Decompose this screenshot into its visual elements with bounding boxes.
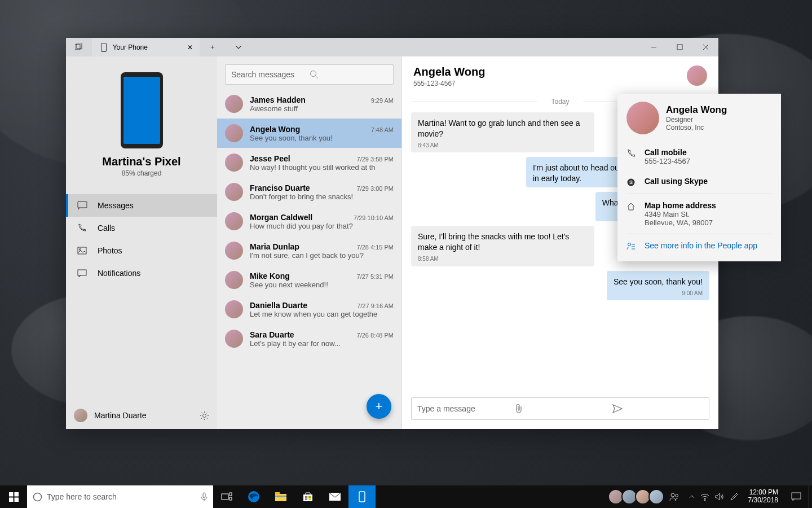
svg-rect-6 (78, 247, 86, 254)
wifi-icon[interactable] (700, 493, 709, 501)
user-avatar[interactable] (74, 409, 87, 422)
attach-icon[interactable] (515, 404, 606, 414)
conversation-item[interactable]: Daniella Duarte7/27 9:16 AMLet me know w… (217, 295, 401, 324)
taskbar-store[interactable] (294, 485, 321, 508)
chat-contact-avatar[interactable] (687, 65, 707, 86)
start-button[interactable] (0, 485, 27, 508)
show-desktop-button[interactable] (809, 485, 812, 508)
conversation-item[interactable]: James Hadden9:29 AMAwesome stuff (217, 89, 401, 119)
card-avatar (626, 102, 659, 134)
nav-photos[interactable]: Photos (66, 239, 217, 262)
svg-point-14 (628, 243, 631, 246)
compose-input[interactable]: Type a message (411, 397, 709, 420)
phone-call-icon (626, 148, 637, 158)
message-bubble: Martina! Want to go grab lunch and then … (411, 112, 594, 152)
contact-name: Morgan Caldwell (250, 213, 312, 222)
taskbar-people[interactable] (610, 485, 685, 508)
taskbar-search[interactable]: Type here to search (27, 485, 213, 508)
svg-point-19 (34, 493, 42, 501)
svg-rect-31 (305, 498, 307, 500)
new-tab-button[interactable]: ＋ (200, 38, 226, 56)
conv-preview: Let me know when you can get togethe (250, 310, 394, 318)
svg-rect-8 (78, 270, 86, 275)
people-icon[interactable] (664, 485, 685, 508)
task-view-button[interactable] (213, 485, 240, 508)
taskbar-explorer[interactable] (267, 485, 294, 508)
taskbar-your-phone[interactable] (348, 485, 376, 508)
svg-rect-26 (275, 492, 280, 494)
conversation-item[interactable]: Mike Kong7/27 5:31 PMSee you next weeken… (217, 265, 401, 295)
notification-icon (77, 269, 87, 278)
conv-time: 9:29 AM (371, 97, 394, 104)
taskbar-edge[interactable] (240, 485, 267, 508)
taskbar-mail[interactable] (321, 485, 348, 508)
ink-icon[interactable] (730, 493, 738, 501)
nav-messages[interactable]: Messages (66, 194, 217, 217)
volume-icon[interactable] (715, 493, 724, 501)
contact-avatar (225, 300, 243, 318)
mic-icon[interactable] (201, 492, 208, 502)
svg-point-37 (704, 500, 705, 501)
card-name: Angela Wong (666, 104, 727, 116)
conv-preview: See you next weekend!! (250, 281, 394, 289)
conv-preview: I'm not sure, can I get back to you? (250, 251, 394, 260)
phone-status: 85% charged (122, 169, 162, 177)
settings-button[interactable] (200, 411, 209, 421)
action-center-button[interactable] (784, 485, 809, 508)
svg-point-7 (80, 249, 81, 251)
tab-chevron-icon[interactable] (226, 38, 251, 56)
side-panel: Martina's Pixel 85% charged Messages Cal… (66, 56, 217, 429)
conversation-item[interactable]: Angela Wong7:48 AMSee you soon, thank yo… (217, 119, 401, 148)
user-name: Martina Duarte (94, 411, 147, 420)
chat-contact-name: Angela Wong (413, 65, 687, 78)
card-more-link[interactable]: See more info in the People app (626, 235, 772, 256)
taskbar-clock[interactable]: 12:00 PM 7/30/2018 (743, 489, 784, 505)
conv-time: 7/29 3:00 PM (357, 185, 394, 192)
contact-name: Maria Dunlap (250, 242, 299, 251)
tray-chevron-icon[interactable] (689, 494, 695, 500)
svg-rect-22 (230, 493, 232, 496)
search-input[interactable]: Search messages (225, 64, 394, 85)
conversation-item[interactable]: Franciso Duarte7/29 3:00 PMDon't forget … (217, 177, 401, 207)
svg-rect-25 (275, 494, 286, 501)
message-text: See you soon, thank you! (614, 277, 703, 287)
svg-rect-27 (275, 496, 286, 497)
close-tab-icon[interactable]: ✕ (187, 43, 193, 51)
conv-time: 7:48 AM (371, 126, 394, 133)
minimize-button[interactable] (641, 38, 667, 56)
svg-text:S: S (629, 179, 633, 185)
svg-rect-18 (14, 497, 19, 502)
contact-avatar (225, 271, 243, 289)
card-map-address[interactable]: Map home address4349 Main St.Bellevue, W… (626, 195, 772, 233)
nav-notifications[interactable]: Notifications (66, 262, 217, 284)
svg-rect-34 (359, 492, 365, 502)
svg-rect-32 (308, 498, 311, 500)
close-button[interactable] (692, 38, 718, 56)
message-time: 8:58 AM (418, 255, 588, 263)
send-icon[interactable] (612, 404, 703, 413)
app-tab[interactable]: Your Phone ✕ (92, 38, 200, 56)
conv-preview: See you soon, thank you! (250, 134, 394, 142)
conversation-item[interactable]: Morgan Caldwell7/29 10:10 AMHow much did… (217, 207, 401, 236)
svg-rect-0 (75, 45, 80, 50)
new-message-button[interactable]: + (367, 394, 391, 419)
tab-overview-icon[interactable] (66, 43, 92, 51)
conversation-item[interactable]: Maria Dunlap7/28 4:15 PMI'm not sure, ca… (217, 236, 401, 265)
contact-name: James Hadden (250, 95, 306, 104)
contact-avatar (225, 183, 243, 201)
people-icon (626, 241, 637, 250)
system-tray[interactable] (685, 493, 743, 501)
card-call-mobile[interactable]: Call mobile555-123-4567 (626, 142, 772, 171)
card-role: Designer (666, 116, 727, 124)
conv-time: 7/27 9:16 AM (357, 303, 394, 309)
svg-line-11 (315, 76, 318, 79)
nav-calls[interactable]: Calls (66, 217, 217, 239)
message-bubble: Sure, I'll bring the snacks with me too!… (411, 226, 594, 266)
maximize-button[interactable] (667, 38, 692, 56)
conversation-item[interactable]: Jesse Peel7/29 3:58 PMNo way! I thought … (217, 148, 401, 177)
conversation-item[interactable]: Sara Duarte7/26 8:48 PMLet's play it by … (217, 324, 401, 353)
conv-time: 7/29 3:58 PM (357, 156, 394, 163)
card-call-skype[interactable]: S Call using Skype (626, 171, 772, 192)
contact-card: Angela Wong Designer Contoso, Inc Call m… (617, 94, 781, 261)
skype-icon: S (626, 177, 637, 187)
